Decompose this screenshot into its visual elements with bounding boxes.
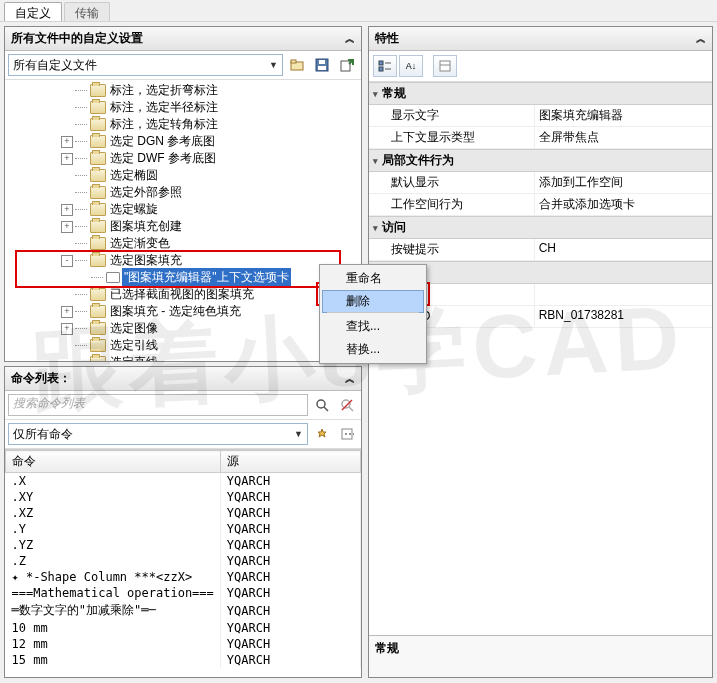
property-category[interactable]: ▾局部文件行为 [369, 149, 712, 172]
svg-text:⋯: ⋯ [344, 427, 354, 441]
tree-item[interactable]: 选定渐变色 [7, 235, 359, 252]
tree-item[interactable]: +选定螺旋 [7, 201, 359, 218]
table-row[interactable]: 15 mmYQARCH [6, 652, 361, 668]
property-category[interactable]: ▾常规 [369, 82, 712, 105]
tree-item[interactable]: 标注，选定转角标注 [7, 116, 359, 133]
menu-delete[interactable]: 删除 [322, 290, 424, 313]
menu-find[interactable]: 查找... [322, 315, 424, 338]
tab-transfer[interactable]: 传输 [64, 2, 110, 21]
tab-customize[interactable]: 自定义 [4, 2, 62, 21]
table-row[interactable]: .ZYQARCH [6, 553, 361, 569]
property-category[interactable]: ▾访问 [369, 216, 712, 239]
categorized-icon[interactable] [373, 55, 397, 77]
tree-item[interactable]: 选定直线 [7, 354, 359, 361]
property-row[interactable]: 上下文显示类型全屏带焦点 [369, 127, 712, 149]
tree-toggle[interactable]: + [61, 221, 73, 233]
tree-label: 选定螺旋 [108, 201, 160, 218]
tree-item[interactable]: 标注，选定半径标注 [7, 99, 359, 116]
command-filter-combo[interactable]: 仅所有命令 ▼ [8, 423, 308, 445]
alphabetical-icon[interactable]: A↓ [399, 55, 423, 77]
tree-toggle [61, 119, 73, 131]
col-command[interactable]: 命令 [6, 451, 221, 473]
tree-toggle[interactable]: + [61, 136, 73, 148]
table-row[interactable]: .XZYQARCH [6, 505, 361, 521]
more-icon[interactable]: ⋯ [336, 423, 358, 445]
menu-rename[interactable]: 重命名 [322, 267, 424, 290]
tree-label: 选定图案填充 [108, 252, 184, 269]
tree-item[interactable]: +选定 DWF 参考底图 [7, 150, 359, 167]
tree-label: 选定椭圆 [108, 167, 160, 184]
table-row[interactable]: ═数字文字的"加减乘除"═─YQARCH [6, 601, 361, 620]
property-row[interactable]: 默认显示添加到工作空间 [369, 172, 712, 194]
tree-label: 标注，选定折弯标注 [108, 82, 220, 99]
command-list-panel: 命令列表： ︽ 搜索命令列表 仅所有命令 ▼ ⋯ 命令 [4, 366, 362, 678]
tree-label: 标注，选定半径标注 [108, 99, 220, 116]
tree-toggle[interactable]: + [61, 153, 73, 165]
collapse-icon[interactable]: ︽ [345, 372, 355, 386]
tree-toggle[interactable]: + [61, 306, 73, 318]
tree-label: "图案填充编辑器"上下文选项卡 [122, 268, 291, 287]
tree-item[interactable]: "图案填充编辑器"上下文选项卡 [7, 269, 359, 286]
col-source[interactable]: 源 [220, 451, 360, 473]
property-row[interactable]: 显示文字图案填充编辑器 [369, 105, 712, 127]
table-row[interactable]: .YZYQARCH [6, 537, 361, 553]
command-list-title: 命令列表： [11, 370, 71, 387]
command-table[interactable]: 命令 源 .XYQARCH.XYYQARCH.XZYQARCH.YYQARCH.… [5, 450, 361, 668]
svg-rect-3 [318, 66, 326, 70]
collapse-icon[interactable]: ︽ [345, 32, 355, 46]
tree-label: 标注，选定转角标注 [108, 116, 220, 133]
folder-icon [90, 237, 106, 250]
table-row[interactable]: .XYQARCH [6, 473, 361, 490]
folder-icon [90, 186, 106, 199]
chevron-down-icon: ▼ [294, 429, 303, 439]
table-row[interactable]: .XYYQARCH [6, 489, 361, 505]
table-row[interactable]: ✦ *-Shape Column ***<zzX>YQARCH [6, 569, 361, 585]
tree-label: 已选择截面视图的图案填充 [108, 286, 256, 303]
new-command-icon[interactable] [311, 423, 333, 445]
tree-label: 选定 DGN 参考底图 [108, 133, 217, 150]
tree-item[interactable]: +图案填充 - 选定纯色填充 [7, 303, 359, 320]
export-icon[interactable] [336, 54, 358, 76]
tree-toggle [61, 170, 73, 182]
prop-pages-icon[interactable] [433, 55, 457, 77]
tree-toggle[interactable]: + [61, 204, 73, 216]
tree-item[interactable]: 选定椭圆 [7, 167, 359, 184]
tree-toggle[interactable]: - [61, 255, 73, 267]
save-icon[interactable] [311, 54, 333, 76]
collapse-icon[interactable]: ︽ [696, 32, 706, 46]
tree-item[interactable]: 选定外部参照 [7, 184, 359, 201]
folder-icon [90, 152, 106, 165]
tree-toggle[interactable]: + [61, 323, 73, 335]
property-row[interactable]: 工作空间行为合并或添加选项卡 [369, 194, 712, 216]
tree-label: 图案填充创建 [108, 218, 184, 235]
folder-icon [90, 118, 106, 131]
svg-rect-5 [341, 61, 350, 71]
tree-item[interactable]: 选定引线 [7, 337, 359, 354]
table-row[interactable]: 12 mmYQARCH [6, 636, 361, 652]
tree-label: 选定 DWF 参考底图 [108, 150, 218, 167]
folder-icon [90, 339, 106, 352]
customization-tree[interactable]: 标注，选定折弯标注标注，选定半径标注标注，选定转角标注+选定 DGN 参考底图+… [5, 80, 361, 361]
tree-label: 图案填充 - 选定纯色填充 [108, 303, 243, 320]
folder-icon [90, 169, 106, 182]
command-search-input[interactable]: 搜索命令列表 [8, 394, 308, 416]
tree-label: 选定图像 [108, 320, 160, 337]
table-row[interactable]: .YYQARCH [6, 521, 361, 537]
tree-label: 选定渐变色 [108, 235, 172, 252]
tree-item[interactable]: -选定图案填充 [7, 252, 359, 269]
open-icon[interactable] [286, 54, 308, 76]
property-row[interactable]: 按键提示CH [369, 239, 712, 261]
search-icon[interactable] [311, 394, 333, 416]
file-combo[interactable]: 所有自定义文件 ▼ [8, 54, 283, 76]
folder-icon [90, 254, 106, 267]
tree-item[interactable]: +选定 DGN 参考底图 [7, 133, 359, 150]
tree-item[interactable]: +图案填充创建 [7, 218, 359, 235]
table-row[interactable]: 10 mmYQARCH [6, 620, 361, 636]
tree-item[interactable]: +选定图像 [7, 320, 359, 337]
clear-search-icon[interactable] [336, 394, 358, 416]
table-row[interactable]: ===Mathematical operation===YQARCH [6, 585, 361, 601]
tree-item[interactable]: 已选择截面视图的图案填充 [7, 286, 359, 303]
tree-toggle [61, 289, 73, 301]
menu-replace[interactable]: 替换... [322, 338, 424, 361]
tree-item[interactable]: 标注，选定折弯标注 [7, 82, 359, 99]
